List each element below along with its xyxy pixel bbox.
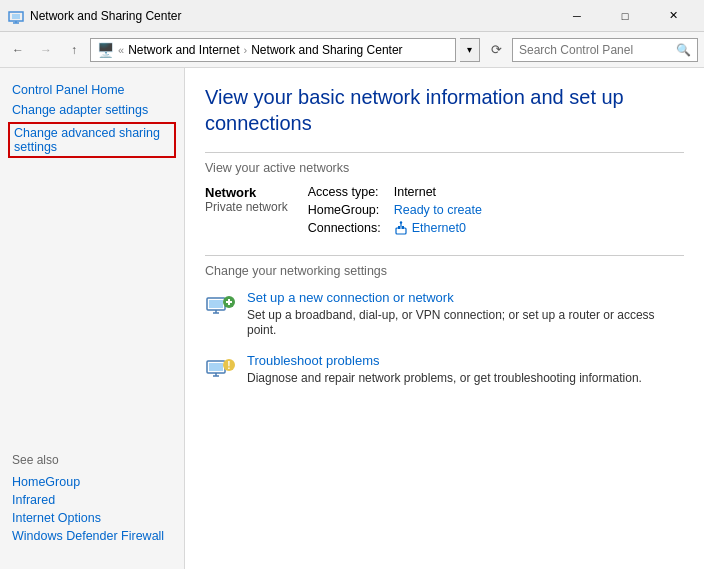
networks-section: View your active networks Network Privat… xyxy=(205,152,684,235)
homegroup-row: HomeGroup: Ready to create xyxy=(308,203,482,217)
close-button[interactable]: ✕ xyxy=(650,0,696,32)
network-details: Access type: Internet HomeGroup: Ready t… xyxy=(308,185,482,235)
connections-value[interactable]: Ethernet0 xyxy=(394,221,466,235)
see-also-infrared[interactable]: Infrared xyxy=(12,491,172,509)
title-bar-controls: ─ □ ✕ xyxy=(554,0,696,32)
svg-rect-17 xyxy=(209,363,223,371)
maximize-button[interactable]: □ xyxy=(602,0,648,32)
setting-item-new-connection: Set up a new connection or network Set u… xyxy=(205,290,684,337)
refresh-button[interactable]: ⟳ xyxy=(484,38,508,62)
sidebar-control-panel-home[interactable]: Control Panel Home xyxy=(0,80,184,100)
active-networks-title: View your active networks xyxy=(205,161,684,175)
troubleshoot-content: Troubleshoot problems Diagnose and repai… xyxy=(247,353,642,385)
ethernet-link[interactable]: Ethernet0 xyxy=(412,221,466,235)
network-info: Network Private network xyxy=(205,185,288,214)
new-connection-icon xyxy=(205,290,237,322)
page-title: View your basic network information and … xyxy=(205,84,684,136)
sidebar-change-advanced[interactable]: Change advanced sharing settings xyxy=(8,122,176,158)
network-name: Network xyxy=(205,185,288,200)
access-type-row: Access type: Internet xyxy=(308,185,482,199)
main-container: Control Panel Home Change adapter settin… xyxy=(0,68,704,569)
see-also-title: See also xyxy=(12,453,172,467)
homegroup-value[interactable]: Ready to create xyxy=(394,203,482,217)
setting-item-troubleshoot: ! Troubleshoot problems Diagnose and rep… xyxy=(205,353,684,385)
new-connection-link[interactable]: Set up a new connection or network xyxy=(247,290,684,305)
search-input[interactable] xyxy=(519,43,672,57)
search-box: 🔍 xyxy=(512,38,698,62)
sidebar-change-adapter[interactable]: Change adapter settings xyxy=(0,100,184,120)
svg-text:!: ! xyxy=(227,360,230,371)
svg-rect-1 xyxy=(12,14,20,19)
window-title: Network and Sharing Center xyxy=(30,9,181,23)
address-bar: ← → ↑ 🖥️ « Network and Internet › Networ… xyxy=(0,32,704,68)
search-icon: 🔍 xyxy=(676,43,691,57)
breadcrumb-prefix: « xyxy=(118,44,124,56)
network-type: Private network xyxy=(205,200,288,214)
new-connection-content: Set up a new connection or network Set u… xyxy=(247,290,684,337)
breadcrumb-sep1: › xyxy=(244,44,248,56)
svg-rect-10 xyxy=(209,300,223,308)
troubleshoot-icon: ! xyxy=(205,353,237,385)
access-type-label: Access type: xyxy=(308,185,388,199)
breadcrumb-part1[interactable]: Network and Internet xyxy=(128,43,239,57)
connections-row: Connections: Ethernet0 xyxy=(308,221,482,235)
see-also-internet-options[interactable]: Internet Options xyxy=(12,509,172,527)
homegroup-label: HomeGroup: xyxy=(308,203,388,217)
content-area: View your basic network information and … xyxy=(185,68,704,569)
address-icon: 🖥️ xyxy=(97,42,114,58)
svg-rect-5 xyxy=(398,226,400,229)
forward-button[interactable]: → xyxy=(34,38,58,62)
change-settings-section: Change your networking settings Set xyxy=(205,255,684,385)
see-also-firewall[interactable]: Windows Defender Firewall xyxy=(12,527,172,545)
address-path: 🖥️ « Network and Internet › Network and … xyxy=(90,38,456,62)
up-button[interactable]: ↑ xyxy=(62,38,86,62)
sidebar: Control Panel Home Change adapter settin… xyxy=(0,68,185,569)
troubleshoot-desc: Diagnose and repair network problems, or… xyxy=(247,371,642,385)
svg-rect-6 xyxy=(402,226,404,229)
back-button[interactable]: ← xyxy=(6,38,30,62)
change-settings-title: Change your networking settings xyxy=(205,264,684,278)
title-bar: Network and Sharing Center ─ □ ✕ xyxy=(0,0,704,32)
see-also-section: See also HomeGroup Infrared Internet Opt… xyxy=(0,441,184,557)
title-bar-left: Network and Sharing Center xyxy=(8,8,181,24)
new-connection-desc: Set up a broadband, dial-up, or VPN conn… xyxy=(247,308,655,337)
svg-rect-4 xyxy=(396,228,406,234)
svg-point-8 xyxy=(400,221,402,223)
window-icon xyxy=(8,8,24,24)
address-dropdown[interactable]: ▾ xyxy=(460,38,480,62)
network-row: Network Private network Access type: Int… xyxy=(205,185,684,235)
troubleshoot-link[interactable]: Troubleshoot problems xyxy=(247,353,642,368)
see-also-homegroup[interactable]: HomeGroup xyxy=(12,473,172,491)
breadcrumb-current: Network and Sharing Center xyxy=(251,43,402,57)
access-type-value: Internet xyxy=(394,185,436,199)
minimize-button[interactable]: ─ xyxy=(554,0,600,32)
ethernet-icon xyxy=(394,221,408,235)
connections-label: Connections: xyxy=(308,221,388,235)
